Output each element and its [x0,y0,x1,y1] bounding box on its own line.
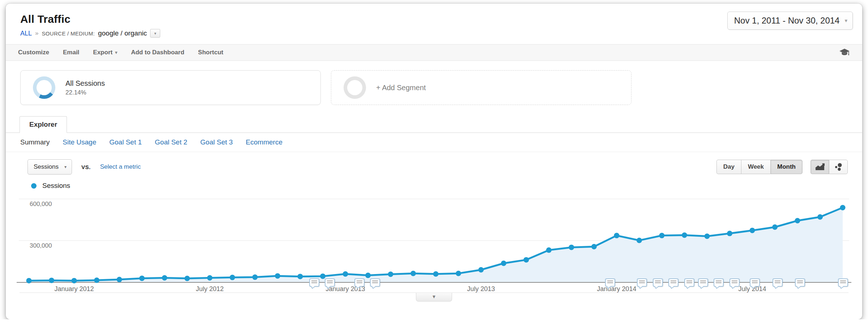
breadcrumb-separator: » [35,30,38,37]
data-point[interactable] [546,247,552,253]
subnav-summary[interactable]: Summary [20,138,50,146]
data-point[interactable] [637,238,642,243]
subnav-goal-set-3[interactable]: Goal Set 3 [200,138,233,146]
caret-down-icon: ▾ [154,31,156,36]
annotation-marker-icon[interactable] [773,278,783,287]
annotation-marker-icon[interactable] [684,278,694,287]
data-point[interactable] [817,214,823,220]
data-point[interactable] [840,205,846,210]
report-tab-bar: Explorer [6,116,862,133]
annotations-collapse-button[interactable]: ▼ [416,293,452,302]
add-to-dashboard-button[interactable]: Add to Dashboard [131,49,184,56]
data-point[interactable] [705,234,710,239]
data-point[interactable] [388,272,393,277]
annotation-marker-icon[interactable] [605,278,615,287]
customize-button[interactable]: Customize [18,49,49,56]
line-chart-type-button[interactable] [810,160,829,174]
data-point[interactable] [343,271,348,277]
annotation-marker-icon[interactable] [325,278,335,287]
annotation-marker-icon[interactable] [309,278,319,287]
shortcut-button[interactable]: Shortcut [198,49,224,56]
data-point[interactable] [478,267,484,273]
segment-all-sessions[interactable]: All Sessions 22.14% [20,70,321,105]
data-point[interactable] [184,276,190,281]
data-point[interactable] [614,233,620,238]
dimension-dropdown-button[interactable]: ▾ [150,29,160,38]
data-point[interactable] [772,224,778,230]
data-point[interactable] [252,274,258,280]
annotation-marker-icon[interactable] [698,278,708,287]
data-point[interactable] [117,277,122,282]
annotation-marker-icon[interactable] [838,278,848,287]
motion-chart-icon [834,163,843,171]
data-point[interactable] [320,273,326,279]
segment-text: All Sessions 22.14% [65,79,105,96]
report-toolbar: Customize Email Export ▾ Add to Dashboar… [6,44,862,61]
data-point[interactable] [433,271,439,277]
caret-down-icon: ▾ [64,164,67,169]
data-point[interactable] [795,218,800,223]
metric-selector-dropdown[interactable]: Sessions ▾ [27,159,72,174]
data-point[interactable] [750,228,755,233]
annotation-marker-icon[interactable] [668,278,678,287]
data-point[interactable] [591,244,597,249]
data-point[interactable] [49,278,54,283]
add-segment-donut-icon [344,76,366,99]
data-point[interactable] [456,271,461,276]
data-point[interactable] [139,276,145,281]
annotation-marker-icon[interactable] [354,278,365,287]
data-point[interactable] [410,271,416,276]
annotation-marker-icon[interactable] [729,278,740,287]
metric-selector-value: Sessions [34,163,59,171]
data-point[interactable] [72,278,77,283]
subnav-ecommerce[interactable]: Ecommerce [246,138,282,146]
data-point[interactable] [659,233,665,238]
data-point[interactable] [26,278,32,283]
annotation-marker-icon[interactable] [370,278,380,287]
caret-down-icon: ▾ [115,50,117,55]
subnav-goal-set-2[interactable]: Goal Set 2 [155,138,187,146]
annotation-marker-icon[interactable] [795,278,805,287]
data-point[interactable] [230,275,235,280]
tab-explorer[interactable]: Explorer [20,116,67,133]
annotation-marker-icon[interactable] [750,278,760,287]
sessions-line-plot [17,193,853,285]
granularity-day-button[interactable]: Day [716,160,741,174]
segment-percentage: 22.14% [65,89,105,96]
segment-title: All Sessions [65,79,105,88]
data-point[interactable] [524,257,529,262]
subnav-site-usage[interactable]: Site Usage [63,138,96,146]
email-button[interactable]: Email [63,49,79,56]
line-chart-icon [815,163,825,171]
data-point[interactable] [298,274,303,279]
sessions-legend-label: Sessions [42,182,70,190]
subnav-goal-set-1[interactable]: Goal Set 1 [109,138,142,146]
data-point[interactable] [365,273,371,278]
tutorial-graduation-cap-icon[interactable] [839,48,850,57]
breadcrumb-all-link[interactable]: ALL [20,30,32,37]
granularity-month-button[interactable]: Month [770,160,803,174]
x-axis-tick-label: January 2014 [597,285,636,293]
data-point[interactable] [569,245,574,250]
data-point[interactable] [275,273,280,279]
segment-donut-icon [33,76,55,99]
granularity-week-button[interactable]: Week [741,160,770,174]
data-point[interactable] [94,278,99,283]
page-title: All Traffic [20,13,848,25]
analytics-report-window: All Traffic ALL » SOURCE / MEDIUM: googl… [6,4,862,319]
add-segment-button[interactable]: + Add Segment [331,70,631,105]
data-point[interactable] [207,275,213,281]
annotation-marker-icon[interactable] [637,278,647,287]
x-axis-tick-label: July 2013 [467,285,495,293]
data-point[interactable] [162,275,167,281]
export-menu-button[interactable]: Export ▾ [93,49,117,56]
motion-chart-type-button[interactable] [829,160,848,174]
data-point[interactable] [727,231,732,236]
date-range-selector[interactable]: Nov 1, 2011 - Nov 30, 2014 ▾ [727,12,853,30]
caret-down-icon: ▾ [844,17,847,24]
annotation-marker-icon[interactable] [653,278,663,287]
data-point[interactable] [682,232,687,238]
select-a-metric-link[interactable]: Select a metric [100,163,141,171]
annotation-marker-icon[interactable] [714,278,724,287]
data-point[interactable] [501,261,506,266]
